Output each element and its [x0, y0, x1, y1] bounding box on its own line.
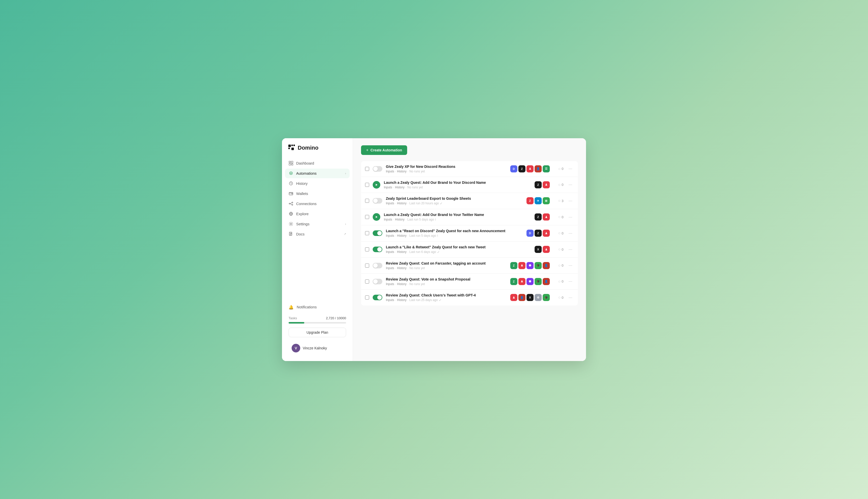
zp-icon: ♟ [519, 262, 525, 269]
inputs-link[interactable]: Inputs [386, 250, 394, 254]
check-circle-icon: ○ [558, 183, 561, 187]
progress-bar-fill [288, 322, 304, 324]
svg-rect-1 [292, 145, 293, 146]
more-options-button[interactable]: ··· [567, 181, 574, 188]
automation-title: Launch a "Like & Retweet" Zealy Quest fo… [386, 245, 531, 249]
check-circle-icon: ○ [558, 295, 561, 300]
plus-icon: + [366, 148, 368, 153]
run-count-section: ○ 0 [553, 215, 563, 219]
toggle-switch[interactable] [373, 279, 382, 284]
history-link[interactable]: History [397, 266, 406, 270]
row-checkbox[interactable] [365, 264, 369, 268]
sidebar-item-docs[interactable]: Docs ↗ [285, 229, 349, 239]
history-link[interactable]: History [397, 250, 406, 254]
automation-title: Zealy Sprint Leaderboard Export to Googl… [386, 196, 523, 200]
upgrade-plan-button[interactable]: Upgrade Plan [288, 328, 346, 337]
nav-menu: Dashboard Automations › History [282, 158, 353, 302]
toggle-switch[interactable] [373, 247, 382, 252]
more-options-button[interactable]: ··· [567, 197, 574, 205]
toggle-switch[interactable] [373, 295, 382, 300]
more-options-button[interactable]: ··· [567, 246, 574, 253]
create-automation-button[interactable]: + Create Automation [361, 145, 407, 155]
toggle-switch[interactable] [373, 263, 382, 268]
status-warn-icon: ! [437, 234, 438, 238]
chevron-right-icon: › [345, 172, 346, 175]
run-count-section: ○ 0 [553, 247, 563, 252]
sidebar-item-wallets[interactable]: Wallets [285, 189, 349, 198]
run-count-section: ○ 0 [553, 167, 563, 171]
integration-icons: Z✈⊞ [526, 197, 550, 204]
automation-row: Zealy Sprint Leaderboard Export to Googl… [361, 193, 578, 209]
automation-meta: Inputs · History · No runs yet [384, 185, 531, 189]
svg-rect-0 [288, 145, 291, 147]
history-link[interactable]: History [397, 234, 406, 238]
automations-icon [288, 171, 293, 176]
history-link[interactable]: History [395, 185, 404, 189]
run-count: 0 [562, 167, 563, 171]
automation-meta: Inputs · History · No runs yet [386, 282, 507, 286]
more-options-button[interactable]: ··· [567, 230, 574, 237]
more-options-button[interactable]: ··· [567, 278, 574, 285]
automation-row: Launch a "React on Discord" Zealy Quest … [361, 225, 578, 242]
row-checkbox[interactable] [365, 231, 369, 235]
history-link[interactable]: History [397, 282, 406, 286]
notifications-item[interactable]: 🔔 Notifications [285, 302, 349, 312]
inputs-link[interactable]: Inputs [386, 202, 394, 205]
inputs-link[interactable]: Inputs [386, 234, 394, 238]
twitter-icon: X [535, 246, 542, 253]
integration-icons: ♟👤X⚙🎓 [510, 294, 550, 301]
sidebar-item-settings[interactable]: Settings › [285, 219, 349, 229]
automation-info: Review Zealy Quest: Cast on Farcaster, t… [386, 261, 507, 270]
more-options-button[interactable]: ··· [567, 294, 574, 301]
sidebar-item-automations[interactable]: Automations › [285, 169, 349, 178]
run-count: 0 [562, 296, 563, 300]
cap-icon: 🎓 [543, 294, 550, 301]
row-checkbox[interactable] [365, 247, 369, 252]
history-link[interactable]: History [397, 298, 406, 302]
toggle-switch[interactable] [373, 166, 382, 172]
sidebar-item-dashboard[interactable]: Dashboard [285, 158, 349, 168]
row-checkbox[interactable] [365, 295, 369, 300]
sidebar-item-history[interactable]: History [285, 179, 349, 188]
sidebar-item-explore[interactable]: Explore [285, 209, 349, 219]
toggle-switch[interactable] [373, 198, 382, 204]
automation-title: Review Zealy Quest: Cast on Farcaster, t… [386, 261, 507, 265]
row-checkbox[interactable] [365, 167, 369, 171]
integration-icons: X♟ [535, 246, 550, 253]
inputs-link[interactable]: Inputs [386, 266, 394, 270]
run-count-section: ○ 3 [553, 198, 563, 203]
more-options-button[interactable]: ··· [567, 262, 574, 269]
play-button[interactable] [373, 213, 380, 221]
user-profile[interactable]: V Vincze Kalnoky [288, 341, 347, 355]
more-options-button[interactable]: ··· [567, 165, 574, 172]
automation-meta: Inputs · History · Last run 5 days ago ! [386, 234, 523, 238]
automation-row: Launch a "Like & Retweet" Zealy Quest fo… [361, 242, 578, 258]
automation-info: Launch a Zealy Quest: Add Our Brand to Y… [384, 213, 531, 221]
history-link[interactable]: History [397, 202, 406, 205]
inputs-link[interactable]: Inputs [384, 185, 392, 189]
row-checkbox[interactable] [365, 280, 369, 283]
tasks-section: Tasks 2,720 / 10000 [285, 316, 349, 328]
explore-icon [288, 212, 293, 216]
sidebar-item-connections[interactable]: Connections [285, 199, 349, 209]
svg-point-14 [292, 202, 293, 203]
play-button[interactable] [373, 181, 380, 188]
inputs-link[interactable]: Inputs [384, 218, 392, 221]
row-checkbox[interactable] [365, 199, 369, 203]
row-checkbox[interactable] [365, 183, 369, 187]
toggle-switch[interactable] [373, 230, 382, 236]
automation-title: Launch a Zealy Quest: Add Our Brand to Y… [384, 213, 531, 217]
automation-meta: Inputs · History · Last run 25 days ago … [386, 298, 507, 302]
history-link[interactable]: History [395, 218, 404, 221]
more-options-button[interactable]: ··· [567, 214, 574, 221]
history-link[interactable]: History [397, 170, 406, 173]
inputs-link[interactable]: Inputs [386, 170, 394, 173]
sidebar-item-label: Settings [296, 222, 309, 226]
inputs-link[interactable]: Inputs [386, 298, 394, 302]
inputs-link[interactable]: Inputs [386, 282, 394, 286]
row-checkbox[interactable] [365, 215, 369, 219]
person2-icon: 👤 [519, 294, 525, 301]
sidebar-item-label: Automations [296, 171, 317, 175]
sidebar-item-label: Wallets [296, 192, 308, 196]
check-circle-icon: ○ [558, 215, 561, 219]
